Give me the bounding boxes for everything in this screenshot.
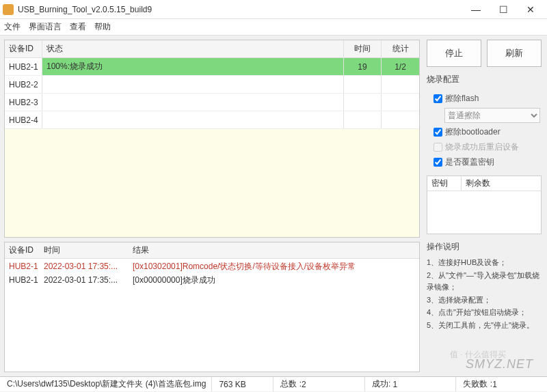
erase-flash-checkbox[interactable] (433, 94, 442, 103)
instruction-item: 4、点击"开始"按钮启动烧录； (427, 307, 542, 319)
menu-help[interactable]: 帮助 (94, 21, 111, 33)
cell-id: HUB2-2 (5, 76, 42, 93)
instructions-title: 操作说明 (427, 241, 542, 253)
instruction-item: 5、关闭工具前，先"停止"烧录。 (427, 320, 542, 332)
menu-view[interactable]: 查看 (70, 21, 86, 33)
overwrite-key-option[interactable]: 是否覆盖密钥 (433, 156, 542, 168)
key-col-key[interactable]: 密钥 (427, 176, 462, 191)
key-col-remain[interactable]: 剩余数 (462, 176, 541, 191)
log-col-result[interactable]: 结果 (131, 244, 419, 256)
log-cell-time: 2022-03-01 17:35:... (42, 262, 131, 271)
instruction-item: 2、从"文件"—"导入烧录包"加载烧录镜像； (427, 270, 542, 294)
config-title: 烧录配置 (427, 74, 542, 85)
log-row[interactable]: HUB2-1 2022-03-01 17:35:... [0x00000000]… (5, 272, 419, 286)
window-title: USB_Burning_Tool_v2.0.5.15_build9 (18, 5, 462, 14)
cell-time: 19 (344, 58, 382, 75)
col-time[interactable]: 时间 (344, 40, 382, 57)
log-col-time[interactable]: 时间 (42, 244, 131, 256)
table-row[interactable]: HUB2-2 (5, 76, 419, 94)
status-path: C:\Users\dwf135\Desktop\新建文件夹 (4)\首选底包.i… (0, 377, 212, 391)
instruction-item: 1、连接好HUB及设备； (427, 257, 542, 269)
status-size: 763 KB (212, 377, 274, 391)
cell-status: 100%:烧录成功 (42, 58, 344, 75)
menu-language[interactable]: 界面语言 (29, 21, 62, 33)
status-total: 总数 : 2 (274, 377, 365, 391)
table-blank-area (5, 129, 419, 237)
menu-file[interactable]: 文件 (4, 21, 21, 33)
table-row[interactable]: HUB2-3 (5, 94, 419, 111)
key-table: 密钥 剩余数 (427, 176, 542, 234)
status-success: 成功: 1 (365, 377, 457, 391)
cell-id: HUB2-4 (5, 111, 42, 128)
menubar: 文件 界面语言 查看 帮助 (0, 19, 547, 36)
erase-bootloader-option[interactable]: 擦除bootloader (433, 126, 542, 138)
overwrite-key-checkbox[interactable] (433, 158, 442, 167)
log-row[interactable]: HUB2-1 2022-03-01 17:35:... [0x10302001]… (5, 259, 419, 272)
app-icon (3, 4, 14, 15)
status-fail: 失败数 : 1 (456, 377, 547, 391)
refresh-button[interactable]: 刷新 (487, 40, 542, 67)
table-row[interactable]: HUB2-1 100%:烧录成功 19 1/2 (5, 58, 419, 76)
erase-bootloader-checkbox[interactable] (433, 128, 442, 137)
col-count[interactable]: 统计 (382, 40, 419, 57)
col-status[interactable]: 状态 (42, 40, 344, 57)
close-button[interactable]: ✕ (517, 1, 544, 18)
log-cell-result: [0x10302001]Romcode/状态切换/等待设备接入/设备枚举异常 (131, 261, 419, 272)
maximize-button[interactable]: ☐ (490, 1, 517, 18)
table-row[interactable]: HUB2-4 (5, 111, 419, 129)
log-cell-time: 2022-03-01 17:35:... (42, 275, 131, 285)
minimize-button[interactable]: — (462, 1, 490, 18)
erase-mode-select[interactable]: 普通擦除 (444, 108, 540, 123)
instruction-item: 3、选择烧录配置； (427, 294, 542, 307)
reboot-after-checkbox (433, 143, 442, 152)
erase-flash-option[interactable]: 擦除flash (433, 93, 542, 104)
log-cell-id: HUB2-1 (5, 262, 42, 271)
log-cell-result: [0x00000000]烧录成功 (131, 275, 419, 286)
statusbar: C:\Users\dwf135\Desktop\新建文件夹 (4)\首选底包.i… (0, 376, 547, 391)
stop-button[interactable]: 停止 (427, 40, 481, 67)
titlebar: USB_Burning_Tool_v2.0.5.15_build9 — ☐ ✕ (0, 0, 547, 19)
col-device-id[interactable]: 设备ID (5, 40, 42, 57)
log-table-header: 设备ID 时间 结果 (5, 242, 419, 259)
device-table-header: 设备ID 状态 时间 统计 (5, 40, 419, 58)
log-col-id[interactable]: 设备ID (5, 244, 42, 256)
cell-id: HUB2-1 (5, 58, 42, 75)
burn-config: 擦除flash 普通擦除 擦除bootloader 烧录成功后重启设备 是否覆盖… (427, 89, 542, 171)
cell-id: HUB2-3 (5, 94, 42, 111)
reboot-after-option[interactable]: 烧录成功后重启设备 (433, 141, 542, 153)
log-table: 设备ID 时间 结果 HUB2-1 2022-03-01 17:35:... [… (4, 242, 420, 372)
instructions: 1、连接好HUB及设备； 2、从"文件"—"导入烧录包"加载烧录镜像； 3、选择… (427, 257, 542, 372)
device-table: 设备ID 状态 时间 统计 HUB2-1 100%:烧录成功 19 1/2 HU… (4, 40, 420, 238)
cell-count: 1/2 (382, 58, 419, 75)
log-cell-id: HUB2-1 (5, 275, 42, 285)
